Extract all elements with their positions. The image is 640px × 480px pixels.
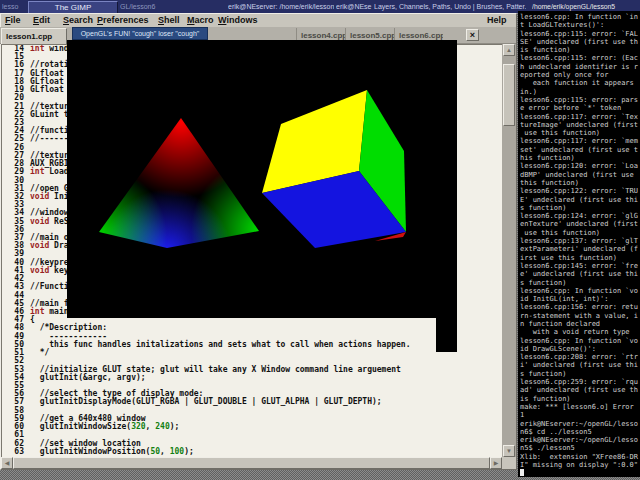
gl-canvas <box>67 40 457 318</box>
scroll-up-icon[interactable]: ▲ <box>503 44 515 56</box>
terminal-line: lesson6.cpp:156: error: retu <box>518 303 640 311</box>
close-icon[interactable]: × <box>466 29 479 41</box>
terminal-line: use this function) <box>518 129 640 137</box>
terminal-line: lesson6.cpp:115: error: pars <box>518 96 640 104</box>
terminal-line: 1 <box>518 411 640 419</box>
taskbar-item[interactable]: lesso <box>2 0 27 13</box>
menu-item-file[interactable]: File <box>5 14 21 27</box>
terminal-line: lesson6.cpp:117: error: `Tex <box>518 113 640 121</box>
terminal-line: rn-statement with a value, i <box>518 312 640 320</box>
terminal-line: Xlib: extension "XFree86-DR <box>518 453 640 461</box>
menu-item-search[interactable]: Search <box>63 14 93 27</box>
terminal-line: n function declared <box>518 320 640 328</box>
terminal-line: dBMP' undeclared (first use <box>518 171 640 179</box>
terminal-line: s function) <box>518 204 640 212</box>
scroll-right-icon[interactable]: ▶ <box>490 457 502 469</box>
code-line: 57 glutInitDisplayMode(GLUT_RGBA | GLUT_… <box>2 398 502 406</box>
terminal-line: n5$ ./lesson5 <box>518 444 640 452</box>
terminal-line: tureImage' undeclared (first <box>518 121 640 129</box>
terminal-line: erik@NEserver:~/openGL/lesso <box>518 436 640 444</box>
menu-item-windows[interactable]: Windows <box>218 14 257 27</box>
code-line: 63 glutInitWindowPosition(50, 100); <box>2 448 502 456</box>
code-line: 51 */ <box>2 349 502 357</box>
terminal-line: e error before `*' token <box>518 104 640 112</box>
tab-lesson1[interactable]: lesson1.cpp <box>1 28 67 44</box>
terminal-line: i' undeclared (first use thi <box>518 361 640 369</box>
terminal-line: lesson6.cpp:137: error: `glT <box>518 237 640 245</box>
terminal-line: ad' undeclared (first use th <box>518 386 640 394</box>
menu-item-preferences[interactable]: Preferences <box>97 14 149 27</box>
terminal-line: lesson6.cpp:120: error: `Loa <box>518 162 640 170</box>
terminal-line: his function) <box>518 154 640 162</box>
terminal-line: SE' undeclared (first use th <box>518 38 640 46</box>
terminal-line: in.) <box>518 88 640 96</box>
terminal-line: erik@NEserver:~/openGL/lesso <box>518 420 640 428</box>
terminal-line: make: *** [lesson6.o] Error <box>518 403 640 411</box>
terminal-line: with a void return type <box>518 328 640 336</box>
terminal-line: s function) <box>518 370 640 378</box>
terminal-line: s function) <box>518 279 640 287</box>
code-line: 50 this func handles initalizations and … <box>2 341 502 349</box>
terminal-line: this function) <box>518 179 640 187</box>
terminal-line: lesson6.cpp:145: error: `fre <box>518 262 640 270</box>
terminal-cursor <box>520 469 524 476</box>
terminal-line: lesson6.cpp: In function `in <box>518 13 640 21</box>
terminal-line: n6$ cd ../lesson5 <box>518 428 640 436</box>
color-cube <box>67 40 457 318</box>
terminal-line: eported only once for <box>518 71 640 79</box>
terminal-line: is function) <box>518 46 640 54</box>
terminal-line: h undeclared identifier is r <box>518 63 640 71</box>
terminal-line: irst use this function) <box>518 254 640 262</box>
vertical-scrollbar-thumb[interactable] <box>503 64 515 126</box>
horizontal-scrollbar-thumb[interactable] <box>13 457 490 469</box>
taskbar-item[interactable]: The GIMP <box>28 1 118 13</box>
terminal-line: I" missing on display ":0.0" <box>518 461 640 469</box>
terminal-line: lesson6.cpp:115: error: (Eac <box>518 54 640 62</box>
scroll-left-icon[interactable]: ◀ <box>1 457 13 469</box>
taskbar-item[interactable]: Layers, Channels, Paths, Undo | Brushes,… <box>374 0 526 13</box>
vertical-scrollbar[interactable]: ▲ ▼ <box>502 44 516 457</box>
menu-item-edit[interactable]: Edit <box>33 14 50 27</box>
terminal-line: lesson6.cpp:115: error: `FAL <box>518 30 640 38</box>
gl-window-titlebar[interactable]: OpenGL's FUN! "cough" loser "cough" <box>72 27 208 40</box>
desktop: { "taskbar": { "items": [ {"label": "les… <box>0 0 640 480</box>
terminal-line: lesson6.cpp:124: error: `glG <box>518 212 640 220</box>
terminal-line: use this function) <box>518 229 640 237</box>
code-line: 54 glutInit(&argc, argv); <box>2 374 502 382</box>
terminal-line: t LoadGLTextures()': <box>518 21 640 29</box>
terminal-line: lesson6.cpp:259: error: `rqu <box>518 378 640 386</box>
code-line: 60 glutInitWindowSize(320, 240); <box>2 423 502 431</box>
terminal-line: lesson6.cpp: In function `vo <box>518 337 640 345</box>
terminal-line: each function it appears <box>518 79 640 87</box>
scroll-down-icon[interactable]: ▼ <box>503 445 515 457</box>
terminal-line: set' undeclared (first use t <box>518 146 640 154</box>
taskbar-item[interactable]: erik@NEserver: /home/erik/lesson1 <box>228 0 334 13</box>
terminal-line: E' undeclared (first use thi <box>518 196 640 204</box>
taskbar-item[interactable]: GL/lesson6 <box>120 0 226 13</box>
horizontal-scrollbar[interactable]: ◀ ▶ <box>1 457 502 469</box>
gl-window-edge <box>436 318 457 352</box>
terminal-line: extParameteri' undeclared (f <box>518 245 640 253</box>
menu-item-help[interactable]: Help <box>487 14 507 27</box>
terminal-line: enTexture' undeclared (first <box>518 220 640 228</box>
terminal-line: lesson6.cpp:122: error: `TRU <box>518 187 640 195</box>
menu-item-macro[interactable]: Macro <box>187 14 214 27</box>
terminal-line: lesson6.cpp:208: error: `rtr <box>518 353 640 361</box>
terminal-line: e' undeclared (first use thi <box>518 270 640 278</box>
editor-menubar: Help FileEditSearchPreferencesShellMacro… <box>0 14 516 27</box>
terminal-line: lesson6.cpp:117: error: `mem <box>518 137 640 145</box>
terminal-output: lesson6.cpp: In function `int LoadGLText… <box>518 13 640 477</box>
terminal-line: id InitGL(int, int)': <box>518 295 640 303</box>
terminal-window[interactable]: lesson6.cpp: In function `int LoadGLText… <box>518 11 640 477</box>
terminal-line: lesson6.cpp: In function `vo <box>518 287 640 295</box>
menu-item-shell[interactable]: Shell <box>158 14 180 27</box>
terminal-line: is function) <box>518 395 640 403</box>
terminal-line: id DrawGLScene()': <box>518 345 640 353</box>
taskbar-item[interactable]: erik@NEse <box>336 0 374 13</box>
